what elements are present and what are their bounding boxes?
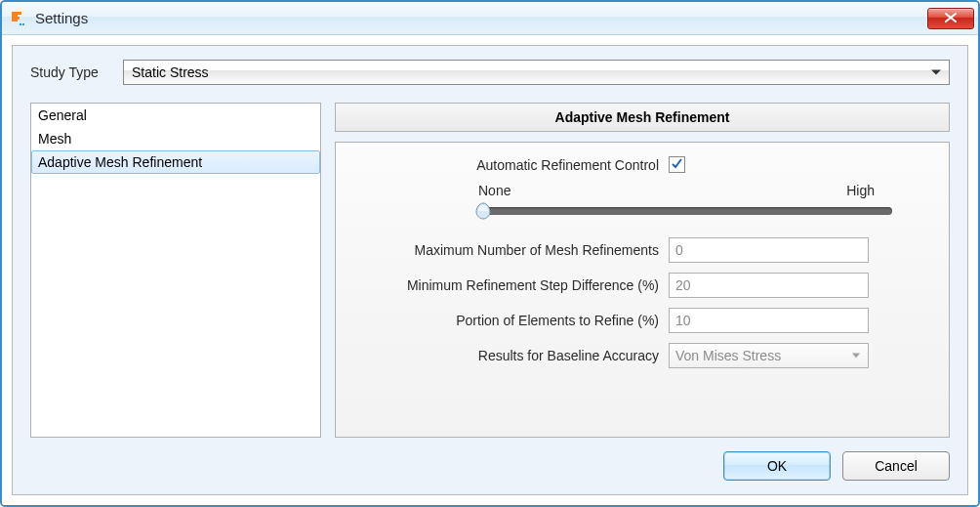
sidebar-item-mesh[interactable]: Mesh bbox=[31, 127, 320, 150]
chevron-down-icon bbox=[931, 70, 941, 75]
panel-title: Adaptive Mesh Refinement bbox=[555, 109, 730, 125]
auto-refine-checkbox[interactable] bbox=[669, 156, 685, 173]
slider-thumb[interactable] bbox=[474, 202, 492, 220]
baseline-accuracy-label: Results for Baseline Accuracy bbox=[342, 348, 669, 363]
close-icon bbox=[944, 11, 958, 26]
svg-rect-2 bbox=[12, 17, 20, 20]
min-step-diff-input[interactable] bbox=[669, 273, 869, 298]
main-panel: Adaptive Mesh Refinement Automatic Refin… bbox=[335, 103, 950, 438]
max-refinements-label: Maximum Number of Mesh Refinements bbox=[342, 242, 669, 258]
refinement-slider-block: None High bbox=[342, 183, 931, 220]
portion-refine-label: Portion of Elements to Refine (%) bbox=[342, 313, 669, 328]
cancel-button-label: Cancel bbox=[875, 458, 918, 474]
category-sidebar: General Mesh Adaptive Mesh Refinement bbox=[30, 103, 321, 438]
portion-refine-row: Portion of Elements to Refine (%) bbox=[342, 308, 931, 333]
settings-window: Settings Study Type Static Stress bbox=[0, 0, 980, 507]
sidebar-item-label: Adaptive Mesh Refinement bbox=[38, 154, 202, 170]
sidebar-item-adaptive-mesh-refinement[interactable]: Adaptive Mesh Refinement bbox=[31, 150, 320, 174]
dialog-buttons: OK Cancel bbox=[30, 451, 950, 481]
portion-refine-input[interactable] bbox=[669, 308, 869, 333]
baseline-accuracy-select[interactable]: Von Mises Stress bbox=[669, 343, 869, 368]
study-type-row: Study Type Static Stress bbox=[30, 60, 950, 85]
svg-rect-4 bbox=[22, 23, 24, 25]
slider-labels: None High bbox=[469, 183, 892, 198]
panel-body: Automatic Refinement Control None bbox=[335, 142, 950, 438]
max-refinements-row: Maximum Number of Mesh Refinements bbox=[342, 237, 931, 263]
close-button[interactable] bbox=[927, 8, 974, 29]
refinement-slider[interactable] bbox=[469, 202, 892, 220]
ok-button-label: OK bbox=[767, 458, 787, 474]
slider-track bbox=[478, 207, 892, 215]
min-step-diff-label: Minimum Refinement Step Difference (%) bbox=[342, 277, 669, 293]
check-icon bbox=[671, 157, 683, 173]
slider-label-none: None bbox=[478, 183, 510, 198]
max-refinements-input[interactable] bbox=[669, 237, 869, 263]
window-title: Settings bbox=[35, 10, 927, 26]
titlebar: Settings bbox=[2, 2, 978, 35]
panel-header: Adaptive Mesh Refinement bbox=[335, 103, 950, 132]
study-type-value: Static Stress bbox=[132, 64, 209, 80]
auto-refine-row: Automatic Refinement Control bbox=[342, 156, 931, 173]
sidebar-item-general[interactable]: General bbox=[31, 104, 320, 127]
chevron-down-icon bbox=[852, 354, 860, 359]
cancel-button[interactable]: Cancel bbox=[842, 451, 950, 481]
min-step-diff-row: Minimum Refinement Step Difference (%) bbox=[342, 273, 931, 298]
content-row: General Mesh Adaptive Mesh Refinement Ad… bbox=[30, 103, 950, 438]
baseline-accuracy-row: Results for Baseline Accuracy Von Mises … bbox=[342, 343, 931, 368]
study-type-combo[interactable]: Static Stress bbox=[123, 60, 950, 85]
fusion-icon bbox=[10, 10, 27, 27]
baseline-accuracy-value: Von Mises Stress bbox=[675, 348, 781, 363]
study-type-label: Study Type bbox=[30, 64, 123, 80]
dialog-body: Study Type Static Stress General Mesh Ad… bbox=[12, 45, 968, 495]
auto-refine-label: Automatic Refinement Control bbox=[342, 157, 669, 173]
svg-rect-1 bbox=[12, 12, 21, 15]
sidebar-item-label: General bbox=[38, 107, 87, 123]
slider-label-high: High bbox=[846, 183, 875, 198]
dialog-body-outer: Study Type Static Stress General Mesh Ad… bbox=[2, 35, 978, 505]
sidebar-item-label: Mesh bbox=[38, 131, 71, 147]
svg-rect-3 bbox=[20, 23, 21, 25]
ok-button[interactable]: OK bbox=[723, 451, 831, 481]
